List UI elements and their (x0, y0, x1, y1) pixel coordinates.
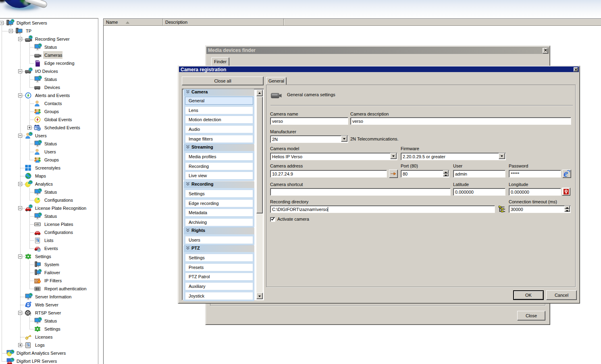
svg-text:Server Information: Server Information (35, 294, 71, 299)
svg-text:Configurations: Configurations (44, 230, 73, 235)
svg-text:Web Server: Web Server (35, 302, 58, 307)
svg-text:Logs: Logs (35, 343, 45, 347)
svg-text:License Plates: License Plates (44, 222, 73, 227)
svg-text:IP Filters: IP Filters (44, 278, 62, 283)
svg-text:Report authentication: Report authentication (44, 286, 87, 291)
svg-text:System: System (44, 262, 59, 267)
svg-text:Events: Events (44, 246, 58, 251)
svg-text:ABC: ABC (35, 223, 40, 225)
svg-text:Digifort Analytics Servers: Digifort Analytics Servers (17, 351, 66, 356)
svg-text:Lists: Lists (44, 238, 54, 243)
svg-text:Licenses: Licenses (35, 335, 53, 339)
svg-text:Status: Status (44, 318, 57, 323)
svg-text:Digifort LPR Servers: Digifort LPR Servers (17, 359, 57, 364)
svg-text:RTSP Server: RTSP Server (35, 310, 61, 315)
svg-text:Status: Status (44, 214, 57, 219)
svg-text:Failover: Failover (44, 270, 60, 275)
svg-text:Settings: Settings (35, 254, 51, 259)
svg-text:Settings: Settings (44, 327, 60, 331)
